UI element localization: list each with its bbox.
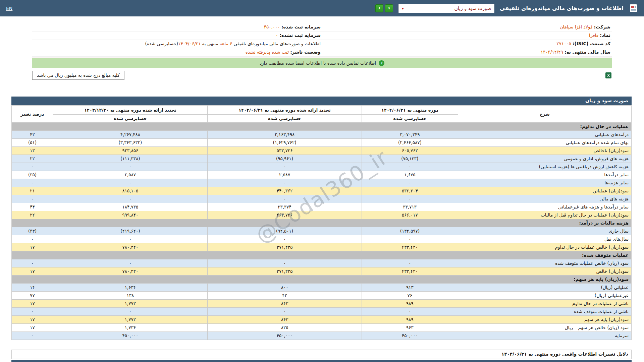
- row-value: ۴۵۰,۰۰۰: [207, 332, 362, 340]
- row-value: ۰: [207, 195, 362, 203]
- table-row: سرمایه۴۵۰,۰۰۰۴۵۰,۰۰۰۴۵۰,۰۰۰۰: [12, 332, 632, 340]
- table-row: غیرعملیاتي (ریال)۷۶۴۳۱۳۸۷۷: [12, 292, 632, 300]
- period-end-date: ۱۴۰۴/۰۶/۳۱: [178, 41, 201, 46]
- row-value: ۲,۵۸۷: [53, 171, 207, 179]
- row-label: عملیاتي (ریال): [458, 284, 631, 292]
- table-row: سود(زیان) خالص عملیات در حال تداوم۴۳۳,۴۲…: [12, 243, 632, 251]
- row-value: ۱۷: [12, 324, 53, 332]
- row-label: هزینه های فروش، اداری و عمومی: [458, 155, 631, 163]
- row-value: ۹۸۹: [362, 300, 458, 308]
- col-subheader-audited: حسابرسی شده: [362, 115, 458, 123]
- field-publisher-status: وضعیت ناشر: ثبت شده پذیرفته نشده: [32, 48, 322, 57]
- statement-dropdown[interactable]: صورت سود و زیان ▾: [398, 4, 494, 13]
- row-value: ۲۲: [12, 211, 53, 219]
- row-value: ۲۱: [12, 187, 53, 195]
- publisher-status-value: ثبت شده پذیرفته نشده: [246, 49, 289, 55]
- row-label: سود(زیان) عملیات در حال تداوم قبل از مال…: [458, 211, 631, 219]
- section-label: عملیات متوقف شده:: [12, 251, 632, 259]
- company-name: فولاد افزا سپاهان: [560, 24, 593, 29]
- row-value: ۴۵۰,۰۰۰: [53, 332, 207, 340]
- row-value: ۰: [362, 259, 458, 267]
- col-header-description: شرح: [458, 106, 631, 123]
- row-value: (۹۲,۵۰۱): [207, 227, 362, 235]
- table-row: سال‌های قبل۰۰۰۰: [12, 235, 632, 243]
- row-value: ۸۴۳: [207, 316, 362, 324]
- header-row-main: شرح دوره منتهی به ۱۴۰۴/۰۶/۳۱ تجدید ارائه…: [12, 106, 632, 115]
- registered-capital-value: ۴۵۰,۰۰۰: [264, 24, 280, 29]
- page-title: اطلاعات و صورت‌های مالی میاندوره‌ای تلفی…: [500, 5, 624, 11]
- col-header-period-current: دوره منتهی به ۱۴۰۴/۰۶/۳۱: [362, 106, 458, 115]
- section-row: عملیات متوقف شده:: [12, 251, 632, 259]
- row-value: ۴۲: [12, 131, 53, 139]
- row-value: ۳۷۱,۲۳۵: [207, 267, 362, 276]
- row-value: ۸۴۳: [207, 300, 362, 308]
- row-label: سود (زیان) خالص هر سهم – ریال: [458, 324, 631, 332]
- table-row: ناشی از عملیات در حال تداوم۹۸۹۸۴۳۱,۷۷۲۱۷: [12, 300, 632, 308]
- row-value: (۲,۴۶۴,۵۸۷): [362, 139, 458, 147]
- footer-section: دلایل تغییرات اطلاعات واقعی دوره منتهی ب…: [11, 350, 632, 362]
- table-row: سود (زیان) خالص هر سهم – ریال۹۶۳۸۲۵۱,۷۳۴…: [12, 324, 632, 332]
- row-value: ۴۴۰,۳۶۲: [207, 187, 362, 195]
- company-info-table: شرکت: فولاد افزا سپاهان سرمایه ثبت شده: …: [32, 23, 612, 57]
- row-label: سایر هزینه‌ها: [458, 179, 631, 187]
- row-label: غیرعملیاتي (ریال): [458, 292, 631, 300]
- col-header-change-percent: درصد تغییر: [12, 106, 53, 123]
- symbol-label: نماد:: [600, 33, 610, 38]
- row-label: هزینه کاهش ارزش دریافتنی ها (هزینه استثن…: [458, 163, 631, 171]
- row-label: بهای تمام شده درآمدهای عملیاتي: [458, 139, 631, 147]
- fiscal-year-label: سال مالی منتهی به:: [565, 49, 610, 55]
- period-text: منتهی به: [201, 41, 220, 46]
- row-value: ۰: [362, 179, 458, 187]
- table-row: سود(زیان) عملیاتي۵۳۲,۳۰۴۴۴۰,۳۶۲۸۱۵,۱۰۵۲۱: [12, 187, 632, 195]
- section-row: عملیات در حال تداوم:: [12, 123, 632, 131]
- row-value: ۱,۶۳۴: [53, 284, 207, 292]
- row-value: ۰: [12, 179, 53, 187]
- row-value: ۹۸۹: [362, 316, 458, 324]
- row-label: سود(زیان) خالص عملیات در حال تداوم: [458, 243, 631, 251]
- row-value: ۱,۷۳۴: [53, 324, 207, 332]
- symbol-value: فافزا: [589, 33, 598, 38]
- tools-row: کلیه مبالغ درج شده به میلیون ریال می باش…: [32, 71, 612, 80]
- col-subheader-audited: حسابرسی شده: [53, 115, 207, 123]
- row-value: ۰: [12, 195, 53, 203]
- row-value: ۴۶۳,۷۳۶: [207, 211, 362, 219]
- row-value: ۰: [362, 235, 458, 243]
- row-value: ۲,۵۸۷: [207, 171, 362, 179]
- topbar: اطلاعات و صورت‌های مالی میاندوره‌ای تلفی…: [0, 0, 644, 16]
- language-toggle-en[interactable]: EN: [6, 6, 12, 11]
- prev-statement-button[interactable]: ‹: [375, 4, 383, 12]
- row-value: ۰: [207, 308, 362, 316]
- row-value: ۰: [207, 235, 362, 243]
- row-value: (۲۱۹,۶۲۰): [53, 227, 207, 235]
- next-statement-button[interactable]: ›: [385, 4, 393, 12]
- period-length: ۶ ماهه: [220, 41, 232, 46]
- table-row: سال جاری(۱۳۲,۵۹۷)(۹۲,۵۰۱)(۲۱۹,۶۲۰)(۴۳): [12, 227, 632, 235]
- row-value: ۸۱۵,۱۰۵: [53, 187, 207, 195]
- reasons-title: دلایل تغییرات اطلاعات واقعی دوره منتهی ب…: [11, 350, 632, 359]
- row-value: ۰: [362, 163, 458, 171]
- row-value: ۴۳۳,۴۲۰: [362, 243, 458, 251]
- row-label: درآمدهای عملیاتي: [458, 131, 631, 139]
- excel-export-icon[interactable]: [605, 72, 612, 79]
- row-value: (۹۵,۹۶۱): [207, 155, 362, 163]
- row-value: ۲۳,۳۷۴: [207, 203, 362, 211]
- section-row: سود(زیان) پایه هر سهم:: [12, 276, 632, 284]
- col-header-period-restated-mid: تجدید ارائه شده دوره منتهی به ۱۴۰۳/۰۶/۳۱: [207, 106, 362, 115]
- row-value: ۰: [207, 163, 362, 171]
- row-value: ۰: [12, 235, 53, 243]
- row-label: سود(زیان) پایه هر سهم: [458, 316, 631, 324]
- row-value: ۱,۶۷۵: [362, 171, 458, 179]
- table-row: سود(زیان) عملیات در حال تداوم قبل از مال…: [12, 211, 632, 219]
- section-label: سود(زیان) پایه هر سهم:: [12, 276, 632, 284]
- chevron-down-icon: ▾: [402, 6, 404, 10]
- row-value: ۴,۲۶۷,۴۸۸: [53, 131, 207, 139]
- row-value: ۰: [53, 179, 207, 187]
- income-statement-section: صورت سود و زیان شرح دوره منتهی به ۱۴۰۴/۰…: [11, 97, 632, 340]
- row-value: ۰: [207, 259, 362, 267]
- row-value: ۱۷: [12, 316, 53, 324]
- row-value: ۱,۷۷۲: [53, 316, 207, 324]
- publisher-status-label: وضعیت ناشر:: [290, 49, 321, 55]
- row-value: ۰: [12, 332, 53, 340]
- section-label: عملیات در حال تداوم:: [12, 123, 632, 131]
- income-statement-body: عملیات در حال تداوم:درآمدهای عملیاتي۳,۰۷…: [12, 123, 632, 340]
